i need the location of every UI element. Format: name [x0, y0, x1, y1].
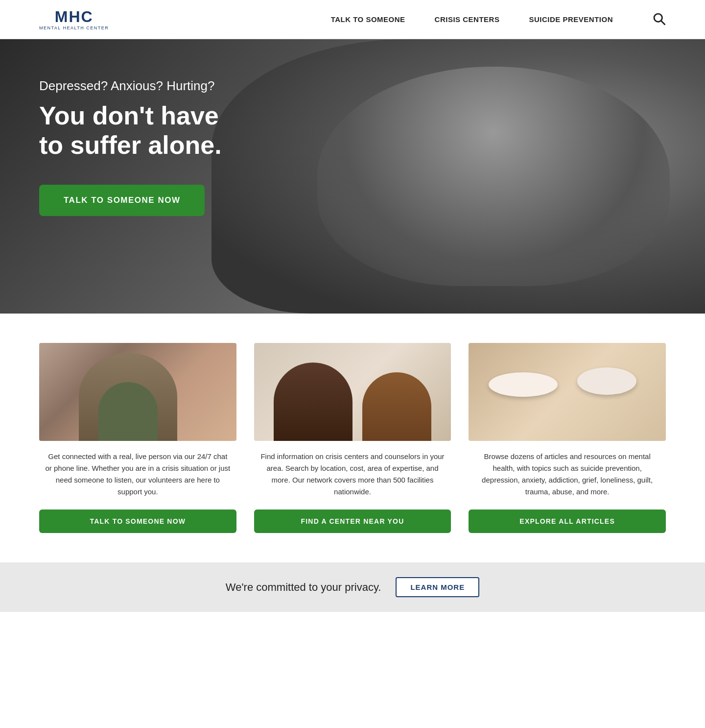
search-icon	[652, 12, 666, 25]
privacy-text: We're committed to your privacy.	[226, 581, 381, 594]
card-centers-button[interactable]: FIND A CENTER NEAR YOU	[254, 510, 451, 533]
nav-talk-to-someone[interactable]: TALK TO SOMEONE	[331, 15, 405, 24]
card-talk: Get connected with a real, live person v…	[39, 343, 236, 533]
learn-more-button[interactable]: LEARN MORE	[396, 577, 479, 597]
svg-line-1	[661, 21, 665, 24]
card-articles-button[interactable]: EXPLORE ALL ARTICLES	[469, 510, 666, 533]
hero-cta-button[interactable]: TALK TO SOMEONE NOW	[39, 185, 205, 216]
main-nav: TALK TO SOMEONE CRISIS CENTERS SUICIDE P…	[331, 12, 666, 27]
card-articles-text: Browse dozens of articles and resources …	[469, 451, 666, 498]
nav-crisis-centers[interactable]: CRISIS CENTERS	[435, 15, 500, 24]
logo-main: MHC	[55, 9, 94, 24]
logo[interactable]: MHC MENTAL HEALTH CENTER	[39, 9, 109, 30]
hero-subtitle: Depressed? Anxious? Hurting?	[39, 78, 222, 94]
card-talk-image	[39, 343, 236, 441]
search-button[interactable]	[652, 12, 666, 27]
card-articles: Browse dozens of articles and resources …	[469, 343, 666, 533]
logo-subtitle: MENTAL HEALTH CENTER	[39, 25, 109, 30]
card-centers-text: Find information on crisis centers and c…	[254, 451, 451, 498]
cards-grid: Get connected with a real, live person v…	[39, 343, 666, 533]
card-articles-image	[469, 343, 666, 441]
privacy-bar: We're committed to your privacy. LEARN M…	[0, 562, 705, 612]
card-centers: Find information on crisis centers and c…	[254, 343, 451, 533]
hero-section: Depressed? Anxious? Hurting? You don't h…	[0, 39, 705, 314]
cards-section: Get connected with a real, live person v…	[0, 314, 705, 562]
hero-title: You don't haveto suffer alone.	[39, 101, 222, 160]
nav-suicide-prevention[interactable]: SUICIDE PREVENTION	[529, 15, 613, 24]
card-centers-image	[254, 343, 451, 441]
header: MHC MENTAL HEALTH CENTER TALK TO SOMEONE…	[0, 0, 705, 39]
hero-content: Depressed? Anxious? Hurting? You don't h…	[39, 78, 222, 216]
card-talk-button[interactable]: TALK TO SOMEONE NOW	[39, 510, 236, 533]
card-talk-text: Get connected with a real, live person v…	[39, 451, 236, 498]
